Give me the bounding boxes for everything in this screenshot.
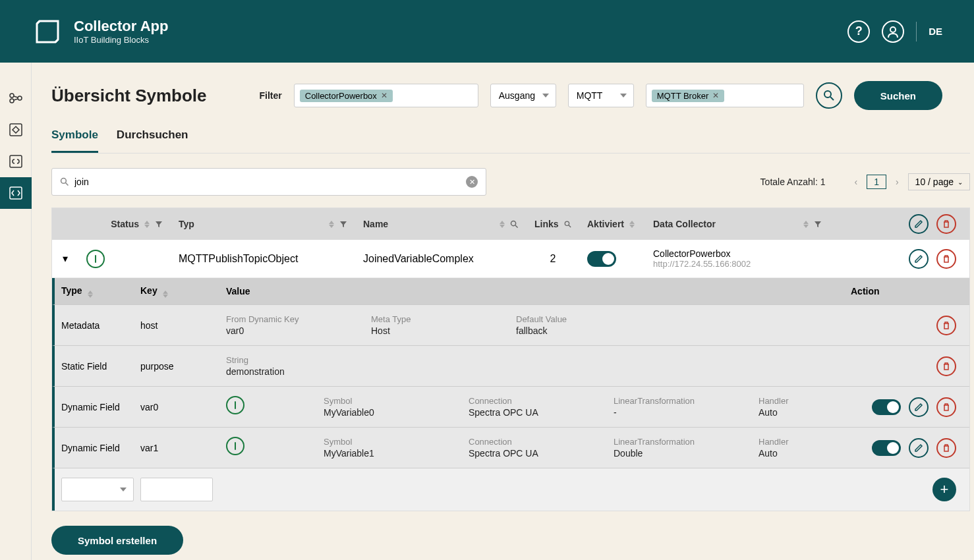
sub-cell-action	[851, 397, 969, 417]
delete-button[interactable]	[936, 438, 956, 458]
tab-search[interactable]: Durchsuchen	[117, 128, 188, 153]
search-input-box[interactable]: ✕	[51, 168, 486, 196]
help-icon[interactable]: ?	[847, 20, 870, 43]
footer-type-select[interactable]	[61, 478, 134, 501]
page-title: Übersicht Symbole	[51, 86, 207, 106]
tab-symbols[interactable]: Symbole	[51, 128, 98, 153]
divider	[916, 22, 917, 42]
svg-rect-5	[10, 155, 22, 167]
app-name: Collector App	[74, 18, 168, 35]
sub-cell-type: Metadata	[55, 320, 140, 331]
app-logo-icon	[32, 16, 63, 47]
sub-cell-value: From Dynamic Keyvar0Meta TypeHostDefault…	[226, 314, 851, 336]
sub-col-type: Type	[55, 285, 140, 298]
delete-button[interactable]	[936, 249, 956, 269]
sub-col-key: Key	[140, 285, 226, 298]
delete-button[interactable]	[936, 397, 956, 417]
svg-point-9	[511, 221, 515, 225]
svg-point-10	[565, 221, 569, 225]
filter-broker-input[interactable]: MQTT Broker✕	[646, 84, 804, 107]
sort-icon[interactable]	[144, 221, 150, 228]
footer-key-input[interactable]	[140, 478, 213, 501]
sort-icon[interactable]	[500, 221, 505, 228]
sidebar-nav-1[interactable]	[0, 82, 32, 114]
sub-cell-type: Dynamic Field	[55, 443, 140, 453]
app-header: Collector App IIoT Building Blocks ? DE	[0, 0, 974, 63]
cell-collector: CollectorPowerboxhttp://172.24.55.166:80…	[645, 248, 830, 269]
sub-cell-value: SymbolMyVariable0ConnectionSpectra OPC U…	[226, 396, 851, 418]
search-button[interactable]: Suchen	[854, 81, 942, 110]
col-name: Name	[363, 219, 388, 229]
filter-icon[interactable]	[814, 220, 822, 228]
sidebar-nav-symbols[interactable]	[0, 177, 32, 209]
edit-button[interactable]	[909, 397, 929, 417]
edit-button[interactable]	[909, 249, 929, 269]
filter-direction-select[interactable]: Ausgang	[490, 84, 556, 107]
delete-button[interactable]	[936, 356, 956, 376]
sidebar-nav-3[interactable]	[0, 146, 32, 177]
sub-cell-value: Stringdemonstration	[226, 355, 851, 377]
logo-text: Collector App IIoT Building Blocks	[74, 18, 168, 45]
close-icon[interactable]: ✕	[712, 91, 719, 100]
sort-icon[interactable]	[88, 291, 93, 298]
expand-row-icon[interactable]: ▾	[52, 252, 78, 265]
sub-table-row: MetadatahostFrom Dynamic Keyvar0Meta Typ…	[52, 304, 969, 345]
search-input[interactable]	[74, 177, 466, 187]
pagination: ‹ 1 › 10 / page⌄	[851, 173, 970, 190]
filter-tag-collector: CollectorPowerbox✕	[300, 90, 393, 102]
filter-icon[interactable]	[155, 220, 163, 228]
page-number[interactable]: 1	[867, 175, 886, 189]
filter-protocol-select[interactable]: MQTT	[568, 84, 634, 107]
filter-tag-broker: MQTT Broker✕	[652, 90, 725, 102]
add-button[interactable]: +	[932, 478, 956, 501]
col-type: Typ	[179, 219, 194, 229]
symbols-table: Status Typ Name Links Aktiviert Data Col…	[51, 208, 970, 511]
per-page-select[interactable]: 10 / page⌄	[908, 173, 970, 190]
sub-cell-type: Static Field	[55, 361, 140, 372]
prev-page-icon[interactable]: ‹	[851, 177, 860, 187]
sub-table-row: Static FieldpurposeStringdemonstration	[52, 345, 969, 386]
edit-button[interactable]	[909, 438, 929, 458]
sub-table-row: Dynamic Fieldvar1SymbolMyVariable1Connec…	[52, 427, 969, 468]
filter-collector-input[interactable]: CollectorPowerbox✕	[294, 84, 478, 107]
sort-icon[interactable]	[629, 221, 635, 228]
sub-cell-action	[851, 438, 969, 458]
delete-button[interactable]	[936, 316, 956, 335]
sub-col-value: Value	[226, 286, 851, 296]
delete-all-button[interactable]	[936, 214, 956, 234]
active-toggle[interactable]	[587, 251, 616, 267]
cell-type: MQTTPublishTopicObject	[171, 253, 355, 265]
search-icon	[60, 177, 69, 186]
svg-point-8	[61, 179, 67, 184]
row-toggle[interactable]	[872, 399, 901, 415]
edit-all-button[interactable]	[909, 214, 929, 234]
tabs: Symbole Durchsuchen	[51, 128, 970, 154]
user-icon[interactable]	[882, 20, 904, 43]
filter-label: Filter	[260, 90, 282, 101]
sort-icon[interactable]	[803, 221, 809, 228]
language-switch[interactable]: DE	[929, 26, 942, 37]
sort-icon[interactable]	[163, 291, 168, 298]
sub-col-action: Action	[851, 286, 969, 296]
sub-cell-action	[851, 316, 969, 335]
search-icon-button[interactable]	[816, 82, 842, 109]
sub-table-header: Type Key Value Action	[52, 278, 969, 304]
filter-icon[interactable]	[339, 220, 347, 228]
filter-section: Filter CollectorPowerbox✕ Ausgang MQTT M…	[260, 81, 970, 110]
search-icon[interactable]	[564, 220, 571, 229]
sort-icon[interactable]	[329, 221, 334, 228]
close-icon[interactable]: ✕	[381, 91, 387, 100]
create-symbol-button[interactable]: Symbol erstellen	[51, 526, 183, 555]
sub-cell-key: purpose	[140, 361, 226, 372]
sidebar	[0, 63, 32, 560]
next-page-icon[interactable]: ›	[893, 177, 902, 187]
row-toggle[interactable]	[872, 440, 901, 456]
main-content: Übersicht Symbole Filter CollectorPowerb…	[32, 63, 974, 560]
sub-table-row: Dynamic Fieldvar0SymbolMyVariable0Connec…	[52, 386, 969, 427]
col-collector: Data Collector	[653, 219, 716, 229]
sidebar-nav-2[interactable]	[0, 114, 32, 146]
search-row: ✕ Totale Anzahl: 1 ‹ 1 › 10 / page⌄	[51, 168, 970, 196]
col-active: Aktiviert	[587, 219, 624, 229]
search-icon[interactable]	[510, 220, 519, 229]
clear-search-icon[interactable]: ✕	[466, 176, 478, 188]
